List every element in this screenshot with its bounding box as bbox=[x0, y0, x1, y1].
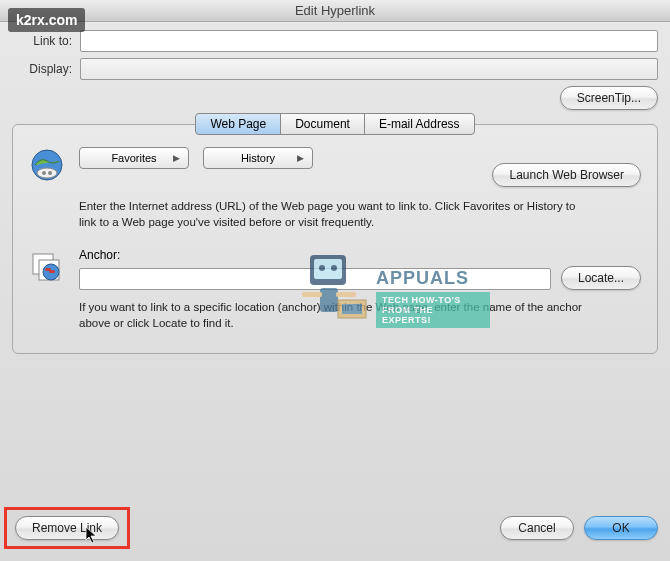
anchor-input[interactable] bbox=[79, 268, 551, 290]
svg-point-2 bbox=[42, 171, 46, 175]
cursor-icon bbox=[85, 526, 99, 548]
site-watermark: k2rx.com bbox=[8, 8, 85, 32]
screentip-button[interactable]: ScreenTip... bbox=[560, 86, 658, 110]
url-help-text: Enter the Internet address (URL) of the … bbox=[79, 199, 589, 230]
locate-button[interactable]: Locate... bbox=[561, 266, 641, 290]
tab-document[interactable]: Document bbox=[280, 113, 365, 135]
launch-browser-button[interactable]: Launch Web Browser bbox=[492, 163, 641, 187]
ok-button[interactable]: OK bbox=[584, 516, 658, 540]
link-icon bbox=[29, 248, 65, 284]
window-title: Edit Hyperlink bbox=[0, 0, 670, 22]
anchor-label: Anchor: bbox=[79, 248, 641, 262]
cancel-button[interactable]: Cancel bbox=[500, 516, 574, 540]
display-label: Display: bbox=[12, 62, 72, 76]
svg-point-3 bbox=[48, 171, 52, 175]
history-label: History bbox=[241, 152, 275, 164]
svg-point-1 bbox=[37, 168, 57, 178]
favorites-label: Favorites bbox=[111, 152, 156, 164]
favorites-popup[interactable]: Favorites ▶ bbox=[79, 147, 189, 169]
globe-icon bbox=[29, 147, 65, 183]
linkto-input[interactable] bbox=[80, 30, 658, 52]
linkto-label: Link to: bbox=[12, 34, 72, 48]
remove-link-button[interactable]: Remove Link bbox=[15, 516, 119, 540]
tab-web-page[interactable]: Web Page bbox=[195, 113, 281, 135]
tab-email[interactable]: E-mail Address bbox=[364, 113, 475, 135]
history-popup[interactable]: History ▶ bbox=[203, 147, 313, 169]
anchor-help-text: If you want to link to a specific locati… bbox=[79, 300, 589, 331]
display-input[interactable] bbox=[80, 58, 658, 80]
link-panel: Web Page Document E-mail Address Favorit… bbox=[12, 124, 658, 354]
svg-rect-8 bbox=[49, 270, 55, 273]
chevron-right-icon: ▶ bbox=[173, 153, 180, 163]
remove-link-highlight: Remove Link bbox=[4, 507, 130, 549]
chevron-right-icon: ▶ bbox=[297, 153, 304, 163]
